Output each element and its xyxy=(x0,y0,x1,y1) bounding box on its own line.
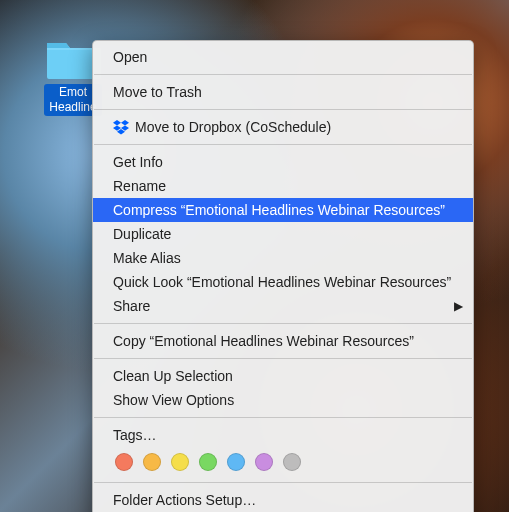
menu-makealias-label: Make Alias xyxy=(113,249,181,267)
menu-quicklook-label: Quick Look “Emotional Headlines Webinar … xyxy=(113,273,451,291)
menu-move-to-trash[interactable]: Move to Trash xyxy=(93,80,473,104)
menu-rename[interactable]: Rename xyxy=(93,174,473,198)
menu-open[interactable]: Open xyxy=(93,45,473,69)
tag-colors xyxy=(93,447,473,477)
menu-get-info[interactable]: Get Info xyxy=(93,150,473,174)
menu-dropbox-label: Move to Dropbox (CoSchedule) xyxy=(135,118,331,136)
context-menu: Open Move to Trash Move to Dropbox (CoSc… xyxy=(92,40,474,512)
separator xyxy=(94,417,472,418)
tag-dot-1[interactable] xyxy=(143,453,161,471)
menu-copy[interactable]: Copy “Emotional Headlines Webinar Resour… xyxy=(93,329,473,353)
menu-share[interactable]: Share▶ xyxy=(93,294,473,318)
separator xyxy=(94,358,472,359)
menu-duplicate[interactable]: Duplicate xyxy=(93,222,473,246)
tag-dot-4[interactable] xyxy=(227,453,245,471)
separator xyxy=(94,482,472,483)
tag-dot-2[interactable] xyxy=(171,453,189,471)
menu-folderactions-label: Folder Actions Setup… xyxy=(113,491,256,509)
separator xyxy=(94,74,472,75)
menu-make-alias[interactable]: Make Alias xyxy=(93,246,473,270)
menu-compress-label: Compress “Emotional Headlines Webinar Re… xyxy=(113,201,445,219)
desktop: EmotHeadline Open Move to Trash Move to … xyxy=(0,0,509,512)
menu-folder-actions[interactable]: Folder Actions Setup… xyxy=(93,488,473,512)
menu-tags-label: Tags… xyxy=(113,426,157,444)
menu-getinfo-label: Get Info xyxy=(113,153,163,171)
menu-tags[interactable]: Tags… xyxy=(93,423,473,447)
submenu-arrow-icon: ▶ xyxy=(454,297,463,315)
tag-dot-3[interactable] xyxy=(199,453,217,471)
menu-share-label: Share xyxy=(113,297,150,315)
separator xyxy=(94,109,472,110)
menu-copy-label: Copy “Emotional Headlines Webinar Resour… xyxy=(113,332,414,350)
separator xyxy=(94,144,472,145)
menu-trash-label: Move to Trash xyxy=(113,83,202,101)
menu-rename-label: Rename xyxy=(113,177,166,195)
menu-clean-up[interactable]: Clean Up Selection xyxy=(93,364,473,388)
dropbox-icon xyxy=(113,119,129,135)
menu-view-options[interactable]: Show View Options xyxy=(93,388,473,412)
tag-dot-6[interactable] xyxy=(283,453,301,471)
separator xyxy=(94,323,472,324)
tag-dot-5[interactable] xyxy=(255,453,273,471)
menu-move-to-dropbox[interactable]: Move to Dropbox (CoSchedule) xyxy=(93,115,473,139)
menu-compress[interactable]: Compress “Emotional Headlines Webinar Re… xyxy=(93,198,473,222)
menu-cleanup-label: Clean Up Selection xyxy=(113,367,233,385)
tag-dot-0[interactable] xyxy=(115,453,133,471)
menu-duplicate-label: Duplicate xyxy=(113,225,171,243)
menu-quick-look[interactable]: Quick Look “Emotional Headlines Webinar … xyxy=(93,270,473,294)
menu-viewopts-label: Show View Options xyxy=(113,391,234,409)
menu-open-label: Open xyxy=(113,48,147,66)
